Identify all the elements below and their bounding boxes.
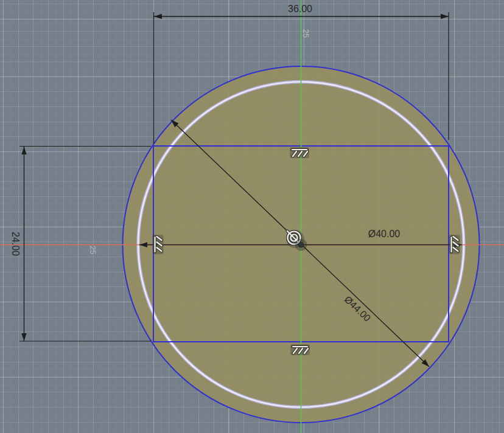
origin-point-dot[interactable] [298, 242, 304, 248]
dim-height-arrow-bottom [21, 333, 26, 341]
constraint-hatch-icon-right[interactable] [449, 235, 460, 254]
dim-width-arrow-left [154, 14, 162, 19]
dim-width-arrow-right [441, 14, 449, 19]
constraint-hatch-icon-top[interactable] [290, 147, 309, 158]
dimension-label-width[interactable]: 36.00 [288, 4, 312, 14]
grid-scale-label-horizontal: 25 [89, 246, 97, 254]
constraint-hatch-icon-left[interactable] [153, 235, 164, 254]
dimension-label-height[interactable]: 24.00 [10, 232, 20, 256]
dimension-label-inner-diameter[interactable]: Ø40.00 [368, 229, 400, 239]
constraint-hatch-icon-bottom[interactable] [290, 344, 310, 355]
sketch-canvas: 36.00 24.00 Ø40.00 Ø44.00 25 25 [0, 0, 504, 433]
grid-scale-label-vertical: 25 [302, 29, 310, 38]
origin-point[interactable] [295, 239, 307, 251]
sketch-svg [0, 0, 504, 433]
dim-height-arrow-top [21, 147, 26, 154]
